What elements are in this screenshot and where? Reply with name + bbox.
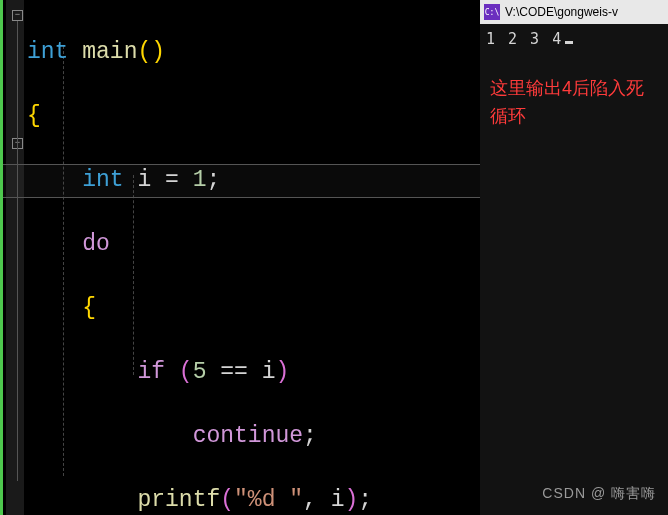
console-title-path: V:\CODE\gongweis-v — [505, 5, 618, 19]
code-line: continue; — [27, 420, 372, 452]
console-titlebar[interactable]: C:\ V:\CODE\gongweis-v — [480, 0, 668, 24]
code-line: { — [27, 100, 372, 132]
fold-icon[interactable]: − — [12, 10, 23, 21]
code-editor-pane[interactable]: − − int main() { int i = 1; do { if (5 =… — [0, 0, 480, 515]
code-line: int i = 1; — [27, 164, 372, 196]
code-area[interactable]: int main() { int i = 1; do { if (5 == i)… — [27, 4, 372, 515]
console-output-text: 1 2 3 4 — [486, 30, 563, 48]
code-line: { — [27, 292, 372, 324]
code-line: if (5 == i) — [27, 356, 372, 388]
console-pane: C:\ V:\CODE\gongweis-v 1 2 3 4 这里输出4后陷入死… — [480, 0, 668, 515]
console-output: 1 2 3 4 — [480, 24, 668, 54]
code-line: int main() — [27, 36, 372, 68]
watermark: CSDN @ 嗨害嗨 — [542, 485, 656, 503]
code-line: do — [27, 228, 372, 260]
console-cursor — [565, 41, 573, 44]
editor-gutter: − − — [6, 0, 24, 515]
annotation-text: 这里输出4后陷入死循环 — [480, 74, 668, 130]
console-app-icon: C:\ — [484, 4, 500, 20]
code-line: printf("%d ", i); — [27, 484, 372, 515]
fold-guide — [17, 21, 18, 481]
